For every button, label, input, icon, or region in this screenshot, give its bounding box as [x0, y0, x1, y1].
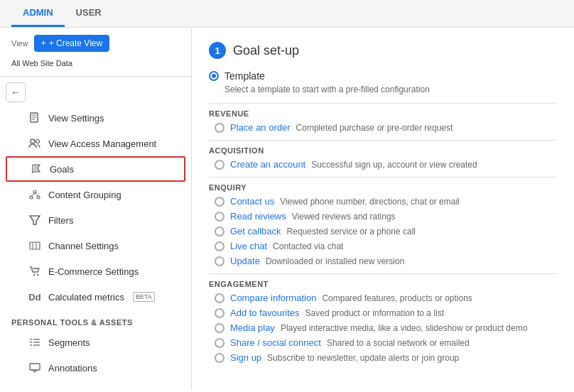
channel-settings-label: Channel Settings [48, 241, 119, 251]
get-callback-option[interactable]: Get callback Requested service or a phon… [215, 226, 557, 236]
engagement-divider [209, 273, 557, 274]
live-chat-desc: Contacted via chat [273, 241, 343, 251]
sidebar: View + + Create View All Web Site Data ←… [0, 28, 192, 390]
create-account-radio[interactable] [215, 160, 224, 170]
site-name: All Web Site Data [0, 59, 191, 73]
goal-setup-title: Goal set-up [233, 43, 299, 58]
channel-icon [28, 239, 41, 252]
back-button[interactable]: ← [6, 82, 26, 102]
template-description: Select a template to start with a pre-fi… [224, 85, 557, 94]
svg-marker-12 [30, 216, 40, 224]
read-reviews-option[interactable]: Read reviews Viewed reviews and ratings [215, 211, 557, 222]
template-label: Template [224, 70, 265, 82]
social-connect-option[interactable]: Share / social connect Shared to a socia… [215, 337, 557, 348]
revenue-divider [209, 103, 557, 104]
compare-info-option[interactable]: Compare information Compared features, p… [215, 293, 557, 303]
personal-section-header: PERSONAL TOOLS & ASSETS [0, 310, 191, 330]
create-account-option[interactable]: Create an account Successful sign up, ac… [215, 159, 557, 170]
goal-setup-header: 1 Goal set-up [209, 42, 557, 59]
sign-up-radio[interactable] [215, 353, 224, 363]
acquisition-divider [209, 140, 557, 141]
calculated-metrics-label: Calculated metrics [48, 292, 124, 303]
get-callback-desc: Requested service or a phone call [287, 227, 416, 236]
live-chat-name: Live chat [230, 241, 267, 251]
svg-point-8 [30, 196, 33, 199]
place-order-desc: Completed purchase or pre-order request [296, 123, 453, 133]
ecommerce-label: E-Commerce Settings [48, 266, 139, 277]
compare-info-radio[interactable] [215, 293, 224, 303]
svg-point-4 [31, 139, 35, 143]
sidebar-item-view-access[interactable]: View Access Management [0, 131, 191, 156]
social-connect-desc: Shared to a social network or emailed [327, 338, 470, 348]
flag-icon [30, 163, 43, 175]
sidebar-item-content-grouping[interactable]: Content Grouping [0, 182, 191, 207]
sign-up-name: Sign up [230, 352, 261, 363]
tab-admin[interactable]: ADMIN [11, 0, 65, 27]
beta-badge: BETA [133, 292, 155, 302]
sidebar-item-segments[interactable]: Segments [0, 330, 191, 355]
media-play-option[interactable]: Media play Played interactive media, lik… [215, 322, 557, 333]
template-radio[interactable] [209, 71, 219, 81]
add-favourites-option[interactable]: Add to favourites Saved product or infor… [215, 307, 557, 318]
main-layout: View + + Create View All Web Site Data ←… [0, 28, 574, 390]
sidebar-header: View + + Create View [0, 28, 191, 59]
grouping-icon [28, 188, 41, 201]
content-grouping-label: Content Grouping [48, 190, 121, 200]
sidebar-item-filters[interactable]: Filters [0, 207, 191, 233]
add-favourites-radio[interactable] [215, 308, 224, 318]
svg-line-11 [35, 193, 38, 196]
contact-us-desc: Viewed phone number, directions, chat or… [280, 197, 460, 207]
get-callback-name: Get callback [230, 226, 281, 236]
social-connect-radio[interactable] [215, 338, 224, 348]
update-option[interactable]: Update Downloaded or installed new versi… [215, 256, 557, 266]
create-view-label: + Create View [49, 38, 103, 48]
sidebar-item-ecommerce[interactable]: E-Commerce Settings [0, 258, 191, 284]
read-reviews-desc: Viewed reviews and ratings [292, 212, 396, 222]
media-play-name: Media play [230, 322, 275, 333]
enquiry-divider [209, 177, 557, 178]
revenue-section-name: REVENUE [209, 109, 557, 118]
svg-point-7 [33, 190, 36, 193]
template-option-row[interactable]: Template [209, 70, 557, 82]
top-tabs: ADMIN USER [0, 0, 574, 28]
view-label: View [11, 39, 28, 48]
add-favourites-name: Add to favourites [230, 307, 300, 318]
svg-rect-24 [30, 364, 40, 370]
contact-us-radio[interactable] [215, 197, 224, 207]
acquisition-section-name: ACQUISITION [209, 146, 557, 155]
update-name: Update [230, 256, 260, 266]
sidebar-item-goals[interactable]: Goals [6, 156, 185, 182]
sidebar-item-view-settings[interactable]: View Settings [0, 105, 191, 131]
svg-point-5 [36, 140, 40, 143]
read-reviews-radio[interactable] [215, 212, 224, 222]
create-account-name: Create an account [230, 159, 305, 170]
live-chat-radio[interactable] [215, 241, 224, 251]
place-order-radio[interactable] [215, 123, 224, 133]
update-radio[interactable] [215, 256, 224, 266]
sidebar-item-calculated-metrics[interactable]: Dd Calculated metrics BETA [0, 284, 191, 310]
annotations-label: Annotations [48, 363, 97, 374]
read-reviews-name: Read reviews [230, 211, 286, 222]
get-callback-radio[interactable] [215, 227, 224, 236]
sidebar-divider [0, 76, 191, 77]
live-chat-option[interactable]: Live chat Contacted via chat [215, 241, 557, 251]
sidebar-item-channel-settings[interactable]: Channel Settings [0, 233, 191, 258]
create-view-button[interactable]: + + Create View [34, 35, 110, 52]
contact-us-option[interactable]: Contact us Viewed phone number, directio… [215, 196, 557, 207]
dd-icon: Dd [28, 290, 41, 303]
svg-point-17 [37, 274, 38, 276]
compare-info-desc: Compared features, products or options [322, 293, 472, 303]
engagement-section-name: ENGAGEMENT [209, 280, 557, 288]
segments-label: Segments [48, 337, 90, 348]
media-play-radio[interactable] [215, 323, 224, 333]
sidebar-item-annotations[interactable]: Annotations [0, 355, 191, 381]
sign-up-option[interactable]: Sign up Subscribe to newsletter, update … [215, 352, 557, 363]
tab-user[interactable]: USER [65, 0, 113, 27]
place-order-option[interactable]: Place an order Completed purchase or pre… [215, 122, 557, 133]
contact-us-name: Contact us [230, 196, 274, 207]
enquiry-section-name: ENQUIRY [209, 183, 557, 192]
goals-label: Goals [50, 164, 74, 175]
page-icon [28, 111, 41, 124]
svg-rect-13 [30, 242, 40, 249]
svg-point-16 [33, 274, 35, 276]
